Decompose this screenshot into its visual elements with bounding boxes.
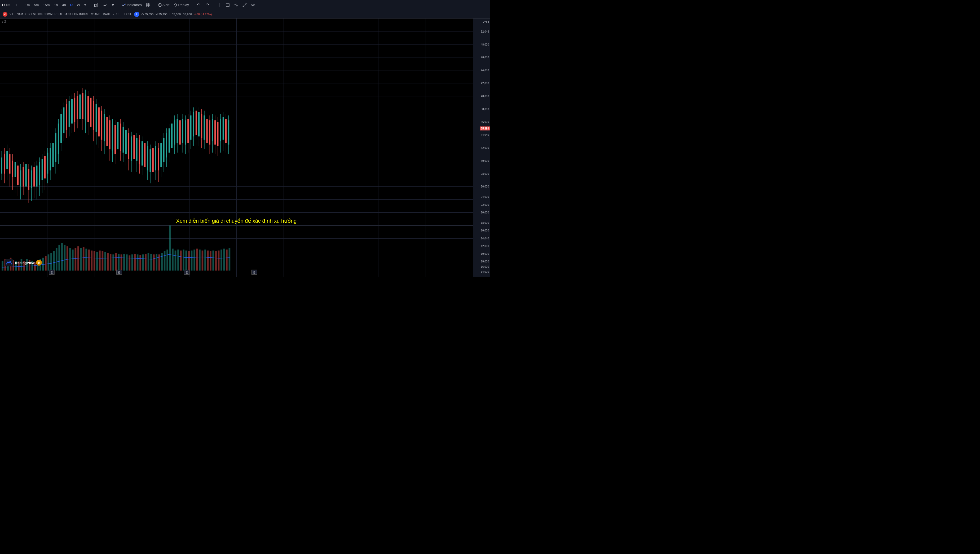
svg-rect-222 [53,251,54,271]
svg-rect-182 [201,114,202,138]
price-26000: 26,000 [481,185,490,188]
svg-rect-148 [155,146,156,170]
svg-rect-247 [121,255,122,271]
chart-type-button[interactable] [92,2,100,8]
separator-4 [154,2,154,8]
svg-rect-64 [41,159,43,180]
svg-point-8 [124,4,125,5]
undo-icon [196,3,201,7]
svg-rect-34 [1,158,2,174]
add-symbol-button[interactable]: + [14,2,19,8]
svg-rect-66 [44,156,46,178]
svg-rect-90 [77,96,78,119]
svg-rect-224 [58,245,60,271]
svg-rect-146 [152,148,154,172]
svg-rect-12 [148,5,150,7]
timeframe-5m[interactable]: 5m [32,2,40,8]
price-vol-16: 16,000 [481,265,490,268]
svg-rect-114 [109,120,110,150]
undo-button[interactable] [195,2,203,8]
indicators-button[interactable]: Indicators [120,2,143,8]
timeframe-W[interactable]: W [75,2,81,8]
svg-rect-260 [156,254,157,271]
tv-logo-icon [5,259,13,266]
svg-rect-234 [85,249,87,271]
exchange-label: HOSE [124,13,132,16]
line-chart-button[interactable] [101,2,109,8]
svg-rect-227 [67,246,68,271]
timeframe-D[interactable]: D [69,2,74,8]
svg-rect-74 [55,133,56,162]
svg-rect-194 [217,122,219,146]
chart-type-dropdown[interactable]: ▾ [110,1,115,8]
price-46000: 46,000 [481,56,490,59]
timeframe-4h[interactable]: 4h [61,2,67,8]
chart-main[interactable]: ∨ 2 [0,19,473,277]
svg-rect-10 [148,3,150,5]
svg-rect-229 [72,250,73,271]
crosshair-icon [217,3,221,7]
svg-rect-156 [166,133,167,157]
svg-rect-249 [126,255,128,271]
price-22000: 22,000 [481,203,490,206]
svg-rect-162 [174,120,175,145]
svg-rect-267 [175,250,176,271]
alert-button[interactable]: Alert [156,2,171,8]
redo-icon [205,3,209,7]
svg-rect-130 [131,136,132,161]
svg-rect-186 [206,119,208,143]
trendline-icon [243,3,247,7]
svg-rect-122 [120,124,121,151]
svg-rect-76 [58,124,59,154]
svg-rect-72 [53,143,54,167]
svg-rect-144 [150,150,151,172]
timeframe-15m[interactable]: 15m [41,2,51,8]
svg-rect-265 [169,225,171,271]
crosshair-tool[interactable] [215,2,223,8]
svg-rect-11 [146,5,148,7]
svg-rect-190 [212,119,213,141]
price-info: O 35,550 H 35,790 L 35,050 35,960 -450 (… [142,13,212,16]
price-48000: 48,000 [481,43,490,46]
svg-rect-287 [229,248,230,271]
timeframe-1h[interactable]: 1h [53,2,59,8]
fibonacci-tool[interactable] [249,2,257,8]
price-34040: 34,040 [481,134,490,136]
pitchfork-icon [234,3,238,7]
price-vol-18: 18,000 [481,260,490,263]
rectangle-tool[interactable] [224,2,231,8]
svg-rect-245 [115,253,117,271]
svg-rect-225 [61,243,63,271]
svg-rect-281 [212,250,214,271]
svg-rect-279 [207,250,209,271]
legend-arrow: ∨ [1,20,4,23]
timeframe-dropdown[interactable]: ▾ [83,2,88,8]
svg-rect-274 [193,250,195,271]
symbol-selector[interactable]: CTG [2,3,11,7]
replay-button-2[interactable]: ⏸ [134,12,139,17]
svg-marker-16 [174,4,175,5]
svg-rect-60 [36,166,37,186]
svg-rect-140 [144,143,145,167]
shapes-button[interactable] [144,2,152,8]
svg-rect-232 [80,248,81,271]
svg-rect-221 [50,253,52,271]
more-tools-button[interactable] [258,2,265,8]
svg-rect-248 [123,254,125,271]
price-32000: 32,000 [481,146,490,150]
replay-button[interactable]: Replay [172,2,190,8]
pitchfork-tool[interactable] [232,2,240,8]
price-24000: 24,000 [481,196,490,198]
svg-rect-286 [226,250,227,271]
redo-button[interactable] [204,2,211,8]
price-low: L 35,050 [169,13,181,16]
svg-rect-136 [139,140,140,164]
trendline-tool[interactable] [241,2,248,8]
svg-rect-236 [91,250,93,271]
svg-text:E: E [118,271,120,274]
svg-rect-270 [183,250,184,271]
svg-rect-255 [142,255,144,271]
timeframe-1m[interactable]: 1m [23,2,31,8]
svg-rect-168 [182,119,184,143]
separator-dot2: · [121,13,122,16]
